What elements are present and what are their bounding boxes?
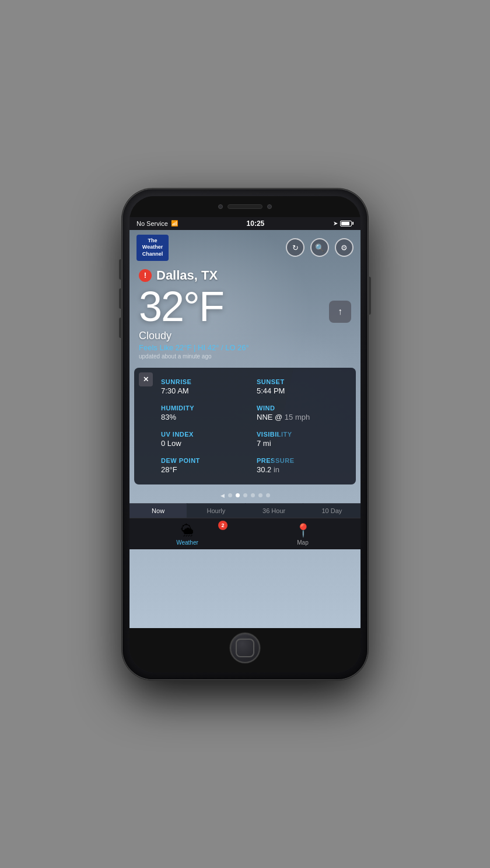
battery-body bbox=[340, 221, 352, 226]
detail-value: 28°F bbox=[161, 465, 250, 474]
status-time: 10:25 bbox=[247, 219, 265, 228]
bottom-bezel bbox=[130, 628, 360, 672]
status-bar: No Service 📶 10:25 ➤ bbox=[130, 217, 360, 230]
detail-value: 5:44 PM bbox=[257, 386, 345, 395]
feels-like-text: Feels Like 22°F | HI 42° / LO 26° bbox=[139, 343, 351, 352]
detail-item: SUNSET5:44 PM bbox=[253, 374, 349, 400]
details-grid: SUNRISE7:30 AMSUNSET5:44 PMHUMIDITY83%WI… bbox=[134, 368, 356, 484]
detail-item: SUNRISE7:30 AM bbox=[158, 374, 253, 400]
nav-item-weather[interactable]: 2🌦Weather bbox=[130, 518, 245, 549]
detail-value: 83% bbox=[161, 413, 250, 421]
detail-label: PRESSURE bbox=[257, 457, 345, 464]
battery-tip bbox=[352, 222, 354, 225]
detail-value: NNE @ 15 mph bbox=[257, 413, 345, 421]
tab-item-hourly[interactable]: Hourly bbox=[187, 503, 244, 518]
header-icons: ↻ 🔍 ⚙ bbox=[286, 238, 354, 257]
battery-indicator bbox=[340, 221, 354, 226]
close-icon: ✕ bbox=[143, 375, 149, 384]
page-indicator: ◀ bbox=[220, 493, 225, 499]
page-dot[interactable] bbox=[243, 493, 247, 497]
refresh-button[interactable]: ↻ bbox=[286, 238, 304, 257]
camera-dot bbox=[218, 204, 223, 209]
gear-icon: ⚙ bbox=[341, 243, 348, 252]
detail-value: 30.2 in bbox=[257, 465, 345, 474]
nav-label: Map bbox=[297, 539, 308, 546]
location-row: ! Dallas, TX bbox=[139, 268, 351, 283]
condition-text: Cloudy bbox=[139, 330, 351, 342]
details-panel-inner: ✕ SUNRISE7:30 AMSUNSET5:44 PMHUMIDITY83%… bbox=[134, 368, 356, 484]
page-dot[interactable] bbox=[251, 493, 255, 497]
search-button[interactable]: 🔍 bbox=[310, 238, 329, 257]
nav-badge: 2 bbox=[218, 521, 228, 530]
detail-label: WIND bbox=[257, 405, 345, 412]
carrier-text: No Service bbox=[136, 220, 168, 227]
search-icon: 🔍 bbox=[315, 243, 324, 252]
home-button-inner bbox=[236, 639, 254, 657]
detail-value: 7 mi bbox=[257, 439, 345, 448]
updated-text: updated about a minute ago bbox=[139, 353, 351, 360]
phone-device: No Service 📶 10:25 ➤ The Weather bbox=[123, 189, 368, 679]
share-button[interactable]: ↑ bbox=[329, 301, 351, 323]
home-button[interactable] bbox=[230, 633, 260, 663]
top-bezel bbox=[130, 196, 360, 217]
detail-item: DEW POINT28°F bbox=[158, 452, 253, 479]
alert-icon: ! bbox=[139, 269, 152, 282]
twc-logo: The Weather Channel bbox=[136, 235, 169, 261]
map-nav-icon: 📍 bbox=[295, 523, 311, 538]
detail-label: VISIBILITY bbox=[257, 431, 345, 438]
detail-item: UV INDEX0 Low bbox=[158, 426, 253, 452]
page-dot[interactable] bbox=[236, 493, 240, 497]
refresh-icon: ↻ bbox=[292, 243, 299, 252]
page-dot[interactable] bbox=[266, 493, 270, 497]
detail-item: WINDNNE @ 15 mph bbox=[253, 400, 349, 426]
city-name: Dallas, TX bbox=[156, 268, 218, 283]
tab-bar: NowHourly36 Hour10 Day bbox=[130, 503, 360, 518]
detail-label: UV INDEX bbox=[161, 431, 250, 438]
page-dot[interactable] bbox=[228, 493, 232, 497]
screen: The Weather Channel ↻ 🔍 ⚙ bbox=[130, 230, 360, 628]
location-arrow-icon: ➤ bbox=[333, 220, 338, 226]
nav-label: Weather bbox=[176, 539, 198, 546]
details-panel: ✕ SUNRISE7:30 AMSUNSET5:44 PMHUMIDITY83%… bbox=[134, 368, 356, 484]
camera-dot-right bbox=[267, 204, 272, 209]
detail-value: 0 Low bbox=[161, 439, 250, 448]
detail-item: PRESSURE30.2 in bbox=[253, 452, 349, 479]
bottom-nav: 2🌦Weather📍Map bbox=[130, 518, 360, 549]
share-icon: ↑ bbox=[338, 306, 342, 317]
detail-item: HUMIDITY83% bbox=[158, 400, 253, 426]
page-dot[interactable] bbox=[258, 493, 262, 497]
close-panel-button[interactable]: ✕ bbox=[139, 372, 153, 386]
tab-item-10-day[interactable]: 10 Day bbox=[303, 503, 360, 518]
detail-item: VISIBILITY7 mi bbox=[253, 426, 349, 452]
status-left: No Service 📶 bbox=[136, 220, 178, 227]
detail-label: DEW POINT bbox=[161, 457, 250, 464]
tab-item-now[interactable]: Now bbox=[130, 503, 187, 518]
speaker-grille bbox=[228, 204, 262, 209]
nav-item-map[interactable]: 📍Map bbox=[245, 518, 360, 549]
page-dots: ◀ bbox=[130, 488, 360, 503]
tab-item-36-hour[interactable]: 36 Hour bbox=[246, 503, 303, 518]
detail-value: 7:30 AM bbox=[161, 386, 250, 395]
phone-inner: No Service 📶 10:25 ➤ The Weather bbox=[130, 196, 360, 672]
app-header: The Weather Channel ↻ 🔍 ⚙ bbox=[130, 230, 360, 266]
camera-area bbox=[218, 204, 272, 209]
detail-label: SUNSET bbox=[257, 378, 345, 385]
status-right: ➤ bbox=[333, 220, 354, 226]
temperature-display: 32°F bbox=[139, 285, 351, 327]
battery-fill bbox=[341, 222, 349, 225]
weather-main: ! Dallas, TX 32°F ↑ Cloudy Feels Like 22… bbox=[130, 266, 360, 364]
wifi-icon: 📶 bbox=[171, 220, 178, 226]
detail-label: SUNRISE bbox=[161, 378, 250, 385]
weather-nav-icon: 🌦 bbox=[181, 523, 194, 538]
settings-button[interactable]: ⚙ bbox=[335, 238, 354, 257]
detail-label: HUMIDITY bbox=[161, 405, 250, 412]
